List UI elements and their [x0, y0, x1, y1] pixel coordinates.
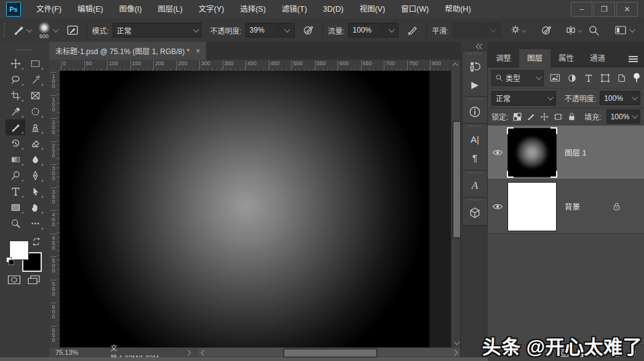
- layer-visibility-toggle[interactable]: [488, 203, 507, 210]
- menu-help[interactable]: 帮助(H): [437, 0, 479, 18]
- opacity-input[interactable]: 39%: [245, 23, 278, 38]
- magic-wand-tool[interactable]: [25, 71, 45, 87]
- hand-tool[interactable]: [25, 199, 45, 215]
- document-canvas[interactable]: [60, 71, 429, 347]
- layer-filter-type-select[interactable]: 类型: [491, 70, 544, 86]
- lock-pixels-icon[interactable]: [527, 113, 535, 121]
- blend-mode-select[interactable]: 正常: [113, 23, 202, 38]
- screen-mode-button[interactable]: [27, 274, 41, 287]
- healing-brush-tool[interactable]: [25, 103, 45, 119]
- crop-tool[interactable]: [6, 87, 25, 103]
- menu-edit[interactable]: 编辑(E): [70, 0, 111, 18]
- frame-tool[interactable]: [25, 87, 45, 103]
- brush-tool[interactable]: [6, 119, 25, 135]
- layer-row-1[interactable]: 图层 1: [488, 125, 644, 180]
- horizontal-scrollbar-thumb[interactable]: [284, 349, 377, 357]
- lock-artboard-icon[interactable]: [554, 113, 563, 121]
- eraser-tool[interactable]: [25, 135, 45, 151]
- layer-thumbnail[interactable]: [507, 128, 557, 177]
- type-tool[interactable]: [6, 183, 25, 199]
- panel-group-grip[interactable]: [468, 199, 482, 200]
- move-tool[interactable]: [6, 55, 25, 71]
- layer-row-background[interactable]: 背景: [488, 180, 644, 234]
- menu-window[interactable]: 窗口(W): [393, 0, 437, 18]
- status-expand-icon[interactable]: [185, 349, 191, 355]
- clone-stamp-tool[interactable]: [25, 119, 45, 135]
- eyedropper-tool[interactable]: [6, 103, 25, 119]
- path-selection-tool[interactable]: [25, 183, 45, 199]
- lock-all-icon[interactable]: [568, 112, 576, 121]
- scroll-left-icon[interactable]: [201, 350, 207, 356]
- tab-adjustments[interactable]: 调整: [488, 49, 519, 68]
- lock-position-icon[interactable]: [540, 113, 549, 121]
- actions-panel-button[interactable]: ▶: [463, 76, 487, 94]
- scroll-up-icon[interactable]: [452, 63, 458, 69]
- menu-view[interactable]: 视图(V): [351, 0, 393, 18]
- zoom-tool[interactable]: [6, 215, 25, 231]
- menu-layer[interactable]: 图层(L): [149, 0, 190, 18]
- info-panel-button[interactable]: [463, 103, 487, 121]
- 3d-panel-button[interactable]: [463, 204, 487, 222]
- panel-group-grip[interactable]: [468, 172, 482, 173]
- default-colors-button[interactable]: [6, 257, 14, 264]
- filter-type-layers-icon[interactable]: [584, 73, 594, 83]
- minimize-button[interactable]: –: [571, 2, 592, 17]
- panel-group-grip[interactable]: [468, 98, 482, 100]
- symmetry-butterfly-button[interactable]: [562, 24, 585, 36]
- menu-filter[interactable]: 滤镜(T): [274, 0, 315, 18]
- menu-image[interactable]: 图像(I): [111, 0, 150, 18]
- filter-smart-objects-icon[interactable]: [617, 73, 626, 83]
- flow-dropdown-button[interactable]: [383, 23, 399, 38]
- document-tab[interactable]: 未标题-1.psd @ 75.1% (图层 1, RGB/8) * ×: [49, 42, 206, 60]
- layer-opacity-input[interactable]: 100%: [600, 91, 640, 105]
- filter-toggle-pin-icon[interactable]: [633, 73, 640, 83]
- quick-mask-button[interactable]: [7, 274, 21, 287]
- edit-toolbar-button[interactable]: [25, 215, 45, 231]
- options-bar-grip[interactable]: [4, 23, 7, 37]
- maximize-button[interactable]: ❐: [594, 2, 615, 17]
- scroll-right-icon[interactable]: [452, 350, 458, 356]
- zoom-level-field[interactable]: 75.13%: [55, 349, 91, 356]
- layer-name[interactable]: 背景: [565, 200, 580, 212]
- filter-shape-layers-icon[interactable]: [600, 73, 610, 83]
- scroll-down-icon[interactable]: [454, 339, 460, 345]
- history-panel-button[interactable]: [463, 57, 487, 76]
- tool-preset-picker[interactable]: [10, 24, 33, 36]
- close-button[interactable]: ✕: [616, 2, 638, 17]
- opacity-dropdown-button[interactable]: [279, 23, 295, 38]
- panel-group-grip[interactable]: [468, 125, 482, 127]
- panel-menu-icon[interactable]: [629, 55, 638, 62]
- pen-tool[interactable]: [25, 167, 45, 183]
- expand-panels-button[interactable]: [477, 44, 484, 49]
- swap-colors-button[interactable]: [32, 237, 41, 248]
- layer-blend-mode-select[interactable]: 正常: [491, 91, 556, 106]
- layer-thumbnail[interactable]: [507, 182, 557, 231]
- rectangle-tool[interactable]: [6, 199, 25, 215]
- filter-adjustment-layers-icon[interactable]: [567, 73, 577, 83]
- workspace-switcher[interactable]: [611, 25, 637, 36]
- panel-group-grip[interactable]: [468, 53, 482, 54]
- pressure-opacity-toggle[interactable]: [300, 25, 317, 36]
- tab-channels[interactable]: 通道: [582, 49, 613, 68]
- layer-visibility-toggle[interactable]: [488, 149, 507, 156]
- close-tab-icon[interactable]: ×: [196, 47, 200, 55]
- glyphs-panel-button[interactable]: A: [463, 177, 487, 195]
- lock-transparency-icon[interactable]: [513, 113, 522, 121]
- blur-tool[interactable]: [25, 151, 45, 167]
- horizontal-scrollbar[interactable]: [199, 348, 460, 357]
- brush-preset-picker[interactable]: 600: [38, 22, 50, 39]
- flow-input[interactable]: 100%: [348, 23, 382, 38]
- search-button[interactable]: [585, 25, 603, 36]
- character-panel-button[interactable]: A|: [463, 130, 487, 148]
- filter-pixel-layers-icon[interactable]: [550, 73, 560, 82]
- paragraph-panel-button[interactable]: ¶: [463, 148, 487, 167]
- tab-properties[interactable]: 属性: [551, 49, 582, 68]
- airbrush-toggle[interactable]: [403, 25, 421, 36]
- marquee-tool[interactable]: [25, 55, 45, 71]
- tab-layers[interactable]: 图层: [519, 49, 551, 68]
- menu-select[interactable]: 选择(S): [232, 0, 274, 18]
- vertical-scrollbar[interactable]: [451, 60, 461, 347]
- menu-type[interactable]: 文字(Y): [191, 0, 233, 18]
- pressure-size-toggle[interactable]: [538, 25, 555, 36]
- smoothing-options-gear-button[interactable]: [507, 25, 529, 36]
